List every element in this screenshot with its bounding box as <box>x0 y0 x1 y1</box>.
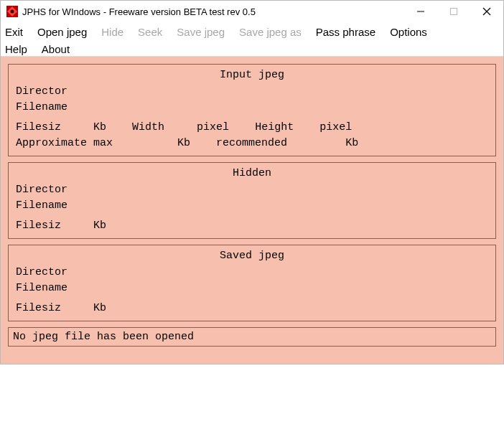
input-approx-label: Approximate max <box>16 136 113 151</box>
input-pixel2: pixel <box>319 120 352 136</box>
input-kb3: Kb <box>345 136 358 151</box>
maximize-button <box>437 1 470 22</box>
input-directory-label: Director <box>16 84 67 100</box>
input-kb2: Kb <box>177 136 190 151</box>
svg-rect-3 <box>451 9 457 15</box>
menu-seek: Seek <box>134 24 172 41</box>
menu-about[interactable]: About <box>37 41 80 58</box>
input-height-label: Height <box>255 120 294 136</box>
saved-filename-label: Filename <box>16 281 67 296</box>
saved-directory-label: Director <box>16 265 67 281</box>
input-filename-label: Filename <box>16 100 67 116</box>
group-input-caption: Input jpeg <box>16 69 488 84</box>
app-window: JPHS for WIndows - Freeware version BETA… <box>0 0 504 364</box>
hidden-filename-label: Filename <box>16 198 67 214</box>
input-kb1: Kb <box>93 120 106 136</box>
hidden-filesize-label: Filesiz <box>16 218 61 234</box>
group-hidden: Hidden Director Filename Filesiz Kb <box>8 162 496 239</box>
input-pixel1: pixel <box>197 120 229 136</box>
group-saved-caption: Saved jpeg <box>16 250 488 265</box>
input-filesize-label: Filesiz <box>16 120 61 136</box>
menu-options[interactable]: Options <box>386 24 437 41</box>
menu-open-jpeg[interactable]: Open jpeg <box>33 24 97 41</box>
hidden-directory-label: Director <box>16 182 67 198</box>
status-text: No jpeg file has been opened <box>13 331 194 343</box>
menu-hide: Hide <box>97 24 134 41</box>
window-title: JPHS for WIndows - Freeware version BETA… <box>22 6 404 17</box>
status-box: No jpeg file has been opened <box>8 327 496 347</box>
menu-save-jpeg: Save jpeg <box>172 24 235 41</box>
group-saved-jpeg: Saved jpeg Director Filename Filesiz Kb <box>8 245 496 321</box>
group-hidden-caption: Hidden <box>16 167 488 182</box>
app-icon <box>6 6 18 17</box>
minimize-button[interactable] <box>404 1 437 22</box>
input-width-label: Width <box>132 120 164 136</box>
saved-filesize-label: Filesiz <box>16 301 61 316</box>
close-button[interactable] <box>470 1 503 22</box>
input-recommended-label: recommended <box>216 136 287 151</box>
menu-help[interactable]: Help <box>1 41 37 58</box>
hidden-kb: Kb <box>93 218 106 234</box>
titlebar: JPHS for WIndows - Freeware version BETA… <box>1 1 503 22</box>
menu-row-1: Exit Open jpeg Hide Seek Save jpeg Save … <box>1 24 503 41</box>
window-controls <box>404 1 503 22</box>
menu-save-jpeg-as: Save jpeg as <box>235 24 312 41</box>
menu-row-2: Help About <box>1 41 503 58</box>
client-area: Input jpeg Director Filename Filesiz Kb … <box>1 57 503 364</box>
svg-point-1 <box>11 10 14 14</box>
saved-kb: Kb <box>93 301 106 316</box>
group-input-jpeg: Input jpeg Director Filename Filesiz Kb … <box>8 64 496 156</box>
menubar: Exit Open jpeg Hide Seek Save jpeg Save … <box>1 22 503 57</box>
menu-exit[interactable]: Exit <box>1 24 33 41</box>
menu-pass-phrase[interactable]: Pass phrase <box>312 24 386 41</box>
